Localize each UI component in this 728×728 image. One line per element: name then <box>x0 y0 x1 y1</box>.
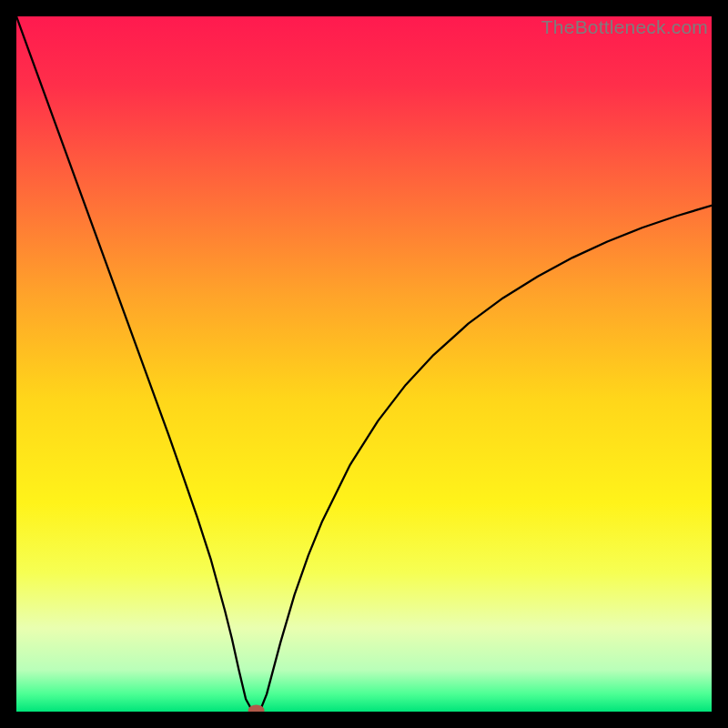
watermark-text: TheBottleneck.com <box>541 16 708 38</box>
chart-frame: TheBottleneck.com <box>16 16 712 712</box>
bottleneck-chart <box>16 16 712 712</box>
plot-background <box>16 16 712 712</box>
